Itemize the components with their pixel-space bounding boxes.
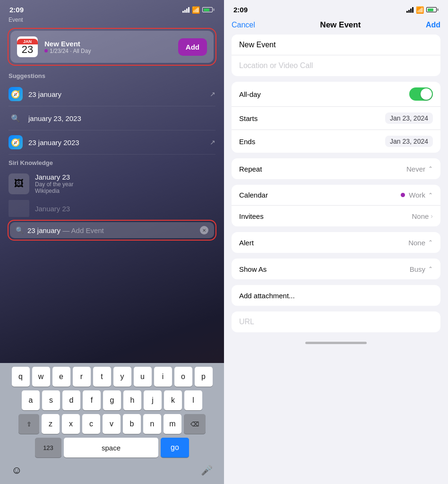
keyboard-row-4: 123 space go [2, 438, 222, 458]
numbers-key[interactable]: 123 [35, 438, 61, 458]
external-link-icon-1: ↗ [210, 90, 215, 98]
starts-field[interactable]: Starts Jan 23, 2024 [232, 107, 440, 130]
right-status-bar: 2:09 📶 [224, 0, 448, 17]
alert-chevron: ⌃ [428, 239, 433, 246]
suggestion-text-1: 23 january [28, 90, 204, 98]
key-o[interactable]: o [174, 367, 192, 387]
key-m[interactable]: m [164, 414, 181, 434]
siri-knowledge-section: Siri Knowledge 🖼 January 23 Day of the y… [0, 156, 224, 200]
key-v[interactable]: v [103, 414, 121, 434]
calendar-label: Calendar [239, 191, 401, 199]
microphone-button[interactable]: 🎤 [201, 465, 213, 476]
alert-section: Alert None ⌃ [232, 232, 440, 253]
alert-value: None ⌃ [408, 239, 433, 247]
key-n[interactable]: n [143, 414, 161, 434]
event-subtitle: 1/23/24 · All Day [44, 48, 133, 54]
search-clear-button[interactable]: ✕ [200, 226, 208, 234]
invitees-field[interactable]: Invitees None › [232, 206, 440, 226]
alert-field[interactable]: Alert None ⌃ [232, 232, 440, 253]
location-field[interactable]: Location or Video Call [232, 55, 440, 76]
add-event-button[interactable]: Add [178, 38, 207, 56]
event-name-field[interactable]: New Event [232, 35, 440, 55]
nav-title: New Event [320, 20, 361, 30]
key-u[interactable]: u [134, 367, 152, 387]
key-l[interactable]: l [184, 390, 202, 410]
location-placeholder: Location or Video Call [239, 61, 313, 70]
key-c[interactable]: c [82, 414, 100, 434]
key-r[interactable]: r [73, 367, 91, 387]
battery-icon [202, 7, 215, 12]
key-g[interactable]: g [103, 390, 121, 410]
nav-bar: Cancel New Event Add [224, 17, 448, 35]
key-d[interactable]: d [62, 390, 80, 410]
event-info: New Event 1/23/24 · All Day [44, 40, 133, 54]
repeat-section: Repeat Never ⌃ [232, 158, 440, 179]
key-i[interactable]: i [154, 367, 172, 387]
all-day-toggle[interactable] [409, 87, 433, 101]
suggestion-item-2[interactable]: 🔍 january 23, 2023 [9, 106, 215, 130]
siri-title: January 23 [35, 173, 73, 181]
right-home-indicator [224, 338, 448, 350]
search-bar[interactable]: 🔍 23 january — Add Event ✕ [10, 222, 214, 238]
time-section: All-day Starts Jan 23, 2024 Ends Jan 23,… [232, 82, 440, 153]
signal-icon [182, 7, 190, 13]
emoji-button[interactable]: ☺ [11, 464, 22, 476]
right-status-icons: 📶 [406, 6, 439, 14]
key-a[interactable]: a [22, 390, 40, 410]
nav-add-button[interactable]: Add [426, 21, 440, 29]
key-t[interactable]: t [93, 367, 111, 387]
siri-subtitle-2: Wikipedia [35, 188, 73, 194]
key-x[interactable]: x [62, 414, 80, 434]
key-h[interactable]: h [123, 390, 141, 410]
home-bar [305, 342, 367, 344]
shift-key[interactable]: ⇧ [18, 414, 39, 434]
key-p[interactable]: p [195, 367, 213, 387]
key-f[interactable]: f [83, 390, 101, 410]
key-j[interactable]: j [144, 390, 162, 410]
key-w[interactable]: w [32, 367, 50, 387]
key-k[interactable]: k [164, 390, 182, 410]
ends-field[interactable]: Ends Jan 23, 2024 [232, 130, 440, 153]
cancel-button[interactable]: Cancel [232, 21, 255, 29]
starts-value[interactable]: Jan 23, 2024 [385, 112, 433, 124]
key-y[interactable]: y [113, 367, 131, 387]
invitees-label: Invitees [239, 212, 412, 220]
siri-item-1[interactable]: 🖼 January 23 Day of the year Wikipedia [9, 169, 215, 198]
key-s[interactable]: s [42, 390, 60, 410]
url-label: URL [239, 318, 254, 326]
suggestion-item-3[interactable]: 🧭 23 january 2023 ↗ [9, 130, 215, 155]
alert-label: Alert [239, 239, 408, 247]
event-name-input[interactable]: New Event [239, 41, 433, 49]
event-card: JAN 23 New Event 1/23/24 · All Day Add [10, 31, 214, 63]
repeat-field[interactable]: Repeat Never ⌃ [232, 158, 440, 179]
calendar-field[interactable]: Calendar Work ⌃ [232, 185, 440, 206]
key-b[interactable]: b [123, 414, 141, 434]
go-key[interactable]: go [161, 438, 189, 458]
right-time: 2:09 [233, 6, 248, 14]
ends-label: Ends [239, 138, 385, 146]
delete-key[interactable]: ⌫ [184, 414, 206, 434]
search-bar-wrapper: 🔍 23 january — Add Event ✕ [8, 220, 216, 241]
repeat-label: Repeat [239, 165, 406, 173]
key-z[interactable]: z [42, 414, 60, 434]
ends-value[interactable]: Jan 23, 2024 [385, 136, 433, 147]
half-text: January 23 [35, 205, 70, 213]
safari-icon-1: 🧭 [9, 87, 23, 101]
show-as-field[interactable]: Show As Busy ⌃ [232, 259, 440, 279]
calendar-icon: JAN 23 [17, 36, 38, 57]
event-card-wrapper: JAN 23 New Event 1/23/24 · All Day Add [8, 28, 216, 66]
repeat-chevron: ⌃ [428, 165, 433, 172]
key-e[interactable]: e [52, 367, 70, 387]
show-as-value: Busy ⌃ [410, 265, 433, 273]
attachment-field[interactable]: Add attachment... [232, 285, 440, 306]
keyboard-row-2: a s d f g h j k l [2, 390, 222, 410]
space-key[interactable]: space [64, 438, 158, 458]
right-panel: 2:09 📶 Cancel New Event Add New Event Lo… [224, 0, 448, 484]
key-q[interactable]: q [12, 367, 30, 387]
calendar-value: Work ⌃ [401, 191, 433, 199]
url-field[interactable]: URL [232, 311, 440, 332]
show-as-chevron: ⌃ [428, 266, 433, 272]
url-section: URL [232, 311, 440, 332]
attachment-label[interactable]: Add attachment... [239, 292, 295, 300]
suggestion-item-1[interactable]: 🧭 23 january ↗ [9, 82, 215, 106]
